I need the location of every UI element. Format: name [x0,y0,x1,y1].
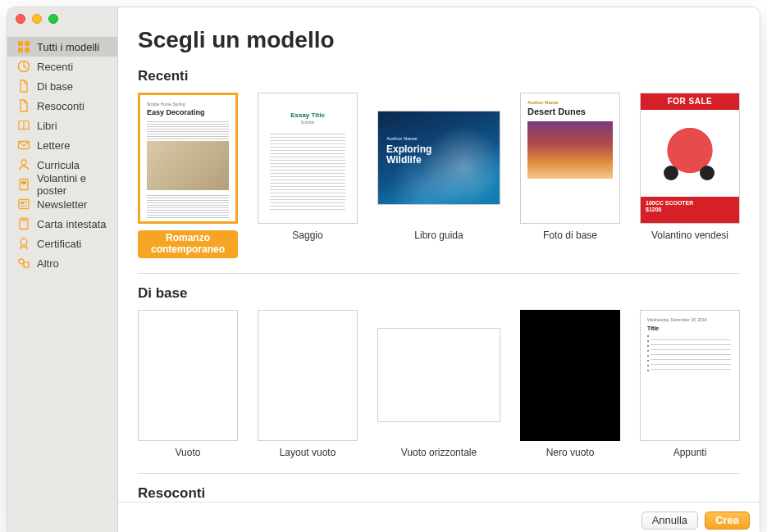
svg-rect-3 [25,48,30,52]
sidebar-item-letterhead[interactable]: Carta intestata [7,214,117,234]
shapes-icon [17,257,30,270]
poster-icon [17,178,30,191]
sidebar-item-label: Libri [37,120,57,132]
template-label: Libro guida [377,230,500,242]
doc-icon [17,99,30,112]
template-thumbnail: Author NameExploringWildlife [377,111,500,205]
template-thumbnail: Author NameDesert Dunes [520,93,620,224]
template-label: Appunti [640,448,740,459]
sidebar-item-letters[interactable]: Lettere [7,135,117,155]
sidebar-item-label: Curricula [37,159,80,171]
template-label: Volantino vendesi [640,230,740,242]
sidebar-item-all[interactable]: Tutti i modelli [7,37,117,57]
sidebar-item-label: Lettere [37,139,70,152]
svg-rect-8 [21,181,26,184]
template-grid-basic: VuotoLayout vuotoVuoto orizzontaleNero v… [138,310,740,459]
sidebar-item-label: Volantini e poster [37,172,107,197]
sidebar-item-certs[interactable]: Certificati [7,234,117,253]
close-window-button[interactable] [16,14,25,24]
template-thumbnail [138,310,238,441]
template-card[interactable]: Wednesday, December 18, 2019TitleAppunti [640,310,740,459]
minimize-window-button[interactable] [32,14,42,24]
template-label: Vuoto orizzontale [377,448,500,459]
section-divider [138,273,740,274]
book-icon [17,119,30,132]
template-label: Vuoto [138,448,238,459]
sidebar-item-reports[interactable]: Resoconti [7,96,117,116]
template-label: Romanzo contemporaneo [138,230,238,258]
grid-icon [17,40,30,53]
template-thumbnail: Wednesday, December 18, 2019Title [640,310,740,441]
template-card[interactable]: Vuoto orizzontale [377,310,500,459]
sidebar-item-label: Tutti i modelli [37,41,99,53]
svg-rect-2 [18,48,23,52]
ribbon-icon [17,237,30,250]
template-label: Foto di base [520,230,620,242]
section-divider [138,473,740,474]
template-label: Nero vuoto [520,448,620,459]
template-thumbnail: Simple Home StylingEasy Decorating [138,93,238,224]
sidebar-item-label: Carta intestata [37,218,107,230]
template-card[interactable]: Nero vuoto [520,310,620,459]
sidebar-item-basic[interactable]: Di base [7,76,117,96]
section-title-recent: Recenti [138,68,740,84]
svg-point-17 [19,259,24,264]
svg-rect-10 [21,202,24,204]
sidebar-item-label: Recenti [37,61,73,73]
template-card[interactable]: Author NameExploringWildlifeLibro guida [377,93,500,258]
template-thumbnail [377,328,500,422]
sidebar-item-flyers[interactable]: Volantini e poster [7,175,117,194]
sidebar-item-label: Newsletter [37,198,87,211]
cancel-button[interactable]: Annulla [641,512,698,530]
template-card[interactable]: Author NameDesert DunesFoto di base [520,93,620,258]
envelope-icon [17,139,30,152]
template-card[interactable]: Layout vuoto [258,310,358,459]
svg-rect-18 [24,262,29,267]
section-title-basic: Di base [138,285,740,302]
template-chooser-window: Tutti i modelliRecentiDi baseResocontiLi… [7,7,760,532]
template-thumbnail [520,310,620,441]
sidebar-item-label: Certificati [37,238,81,250]
sidebar-item-label: Resoconti [37,100,84,112]
template-card[interactable]: FOR SALE100CC SCOOTER$1200Volantino vend… [640,93,740,258]
template-thumbnail: FOR SALE100CC SCOOTER$1200 [640,93,740,224]
section-title-reports: Resoconti [138,485,740,502]
svg-rect-1 [25,41,30,46]
svg-point-16 [21,239,27,245]
doc-icon [17,80,30,93]
sidebar-item-recent[interactable]: Recenti [7,57,117,76]
template-card[interactable]: Vuoto [138,310,238,459]
category-sidebar: Tutti i modelliRecentiDi baseResocontiLi… [7,7,118,532]
template-label: Layout vuoto [258,448,358,459]
person-icon [17,158,30,171]
template-grid-recent: Simple Home StylingEasy DecoratingRomanz… [138,93,740,258]
create-button[interactable]: Crea [705,512,750,530]
template-card[interactable]: Simple Home StylingEasy DecoratingRomanz… [138,93,238,258]
window-titlebar [7,7,58,30]
svg-point-6 [21,160,26,165]
svg-rect-0 [18,41,23,46]
page-title: Scegli un modello [138,27,740,53]
sidebar-item-books[interactable]: Libri [7,116,117,135]
news-icon [17,198,30,211]
dialog-footer: Annulla Crea [118,502,760,532]
letterhead-icon [17,217,30,230]
clock-icon [17,60,30,73]
template-thumbnail [258,310,358,441]
content-area: Scegli un modello Recenti Simple Home St… [118,7,760,532]
template-card[interactable]: Essay TitleSubtitleSaggio [258,93,358,258]
sidebar-item-label: Altro [37,257,59,270]
zoom-window-button[interactable] [48,14,58,24]
sidebar-item-newsletter[interactable]: Newsletter [7,194,117,214]
sidebar-item-label: Di base [37,80,73,93]
template-thumbnail: Essay TitleSubtitle [258,93,358,224]
template-scroll[interactable]: Scegli un modello Recenti Simple Home St… [118,7,760,502]
sidebar-item-other[interactable]: Altro [7,253,117,273]
template-label: Saggio [258,230,358,242]
